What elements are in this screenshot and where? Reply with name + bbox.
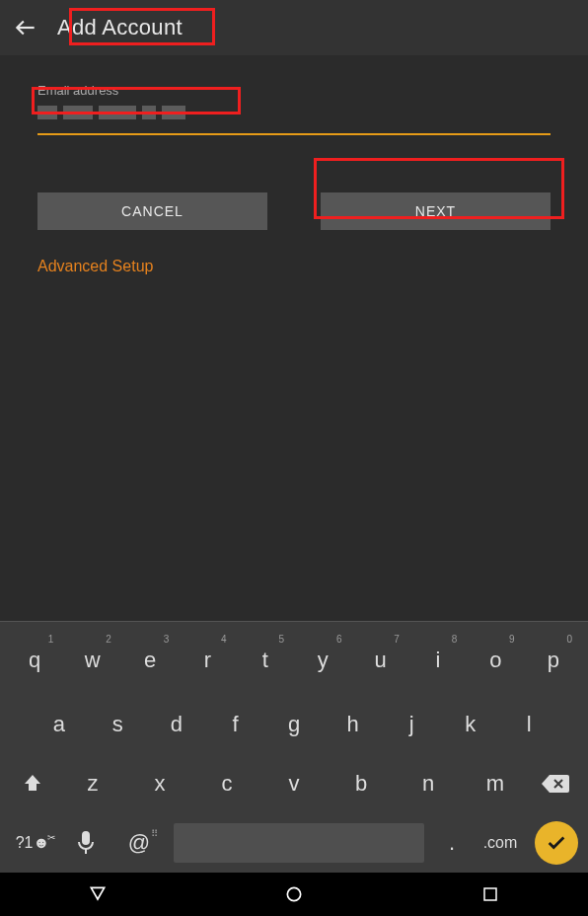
back-icon[interactable] bbox=[12, 14, 39, 41]
nav-recent-icon[interactable] bbox=[471, 875, 510, 914]
key-p[interactable]: 0p bbox=[525, 632, 582, 689]
key-y[interactable]: 6y bbox=[294, 632, 351, 689]
svg-rect-1 bbox=[82, 831, 90, 845]
key-f[interactable]: f bbox=[206, 696, 265, 753]
key-q[interactable]: 1q bbox=[6, 632, 63, 689]
key-u[interactable]: 7u bbox=[351, 632, 408, 689]
shift-key[interactable] bbox=[6, 772, 59, 796]
soft-keyboard: 1q2w3e4r5t6y7u8i9o0p asdfghjkl zxcvbnm ✂… bbox=[0, 621, 588, 873]
key-c[interactable]: c bbox=[193, 755, 260, 812]
enter-key[interactable] bbox=[535, 821, 578, 865]
key-m[interactable]: m bbox=[462, 755, 529, 812]
svg-marker-3 bbox=[92, 887, 105, 899]
next-button[interactable]: NEXT bbox=[321, 192, 551, 230]
key-g[interactable]: g bbox=[264, 696, 324, 753]
key-j[interactable]: j bbox=[382, 696, 441, 753]
mic-key[interactable] bbox=[59, 830, 112, 856]
email-input[interactable] bbox=[37, 102, 551, 135]
key-d[interactable]: d bbox=[147, 696, 206, 753]
key-v[interactable]: v bbox=[260, 755, 328, 812]
period-key[interactable]: . bbox=[432, 830, 472, 856]
nav-back-icon[interactable] bbox=[78, 875, 117, 914]
at-key[interactable]: ⠿@ bbox=[112, 830, 166, 856]
key-a[interactable]: a bbox=[30, 696, 89, 753]
key-e[interactable]: 3e bbox=[121, 632, 179, 689]
email-label: Email address bbox=[37, 83, 551, 98]
key-s[interactable]: s bbox=[89, 696, 148, 753]
key-h[interactable]: h bbox=[324, 696, 383, 753]
dotcom-key[interactable]: .com bbox=[472, 834, 529, 852]
key-z[interactable]: z bbox=[59, 755, 126, 812]
key-w[interactable]: 2w bbox=[63, 632, 120, 689]
key-t[interactable]: 5t bbox=[237, 632, 294, 689]
key-i[interactable]: 8i bbox=[409, 632, 467, 689]
key-o[interactable]: 9o bbox=[467, 632, 524, 689]
key-r[interactable]: 4r bbox=[179, 632, 236, 689]
key-b[interactable]: b bbox=[328, 755, 395, 812]
advanced-setup-link[interactable]: Advanced Setup bbox=[37, 258, 153, 275]
key-l[interactable]: l bbox=[500, 696, 559, 753]
cancel-button[interactable]: CANCEL bbox=[37, 192, 267, 230]
key-n[interactable]: n bbox=[395, 755, 462, 812]
nav-home-icon[interactable] bbox=[274, 875, 314, 914]
svg-rect-5 bbox=[484, 888, 496, 900]
page-title: Add Account bbox=[57, 15, 183, 40]
svg-point-4 bbox=[287, 887, 300, 900]
symbols-key[interactable]: ✂?1☻ bbox=[6, 834, 59, 852]
key-k[interactable]: k bbox=[441, 696, 500, 753]
space-key[interactable] bbox=[174, 823, 424, 863]
key-x[interactable]: x bbox=[126, 755, 193, 812]
backspace-key[interactable] bbox=[529, 773, 582, 795]
